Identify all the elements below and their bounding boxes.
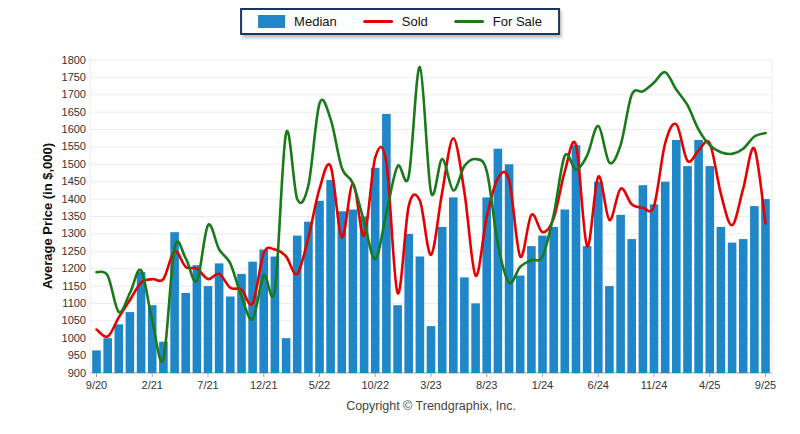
median-bar: [438, 227, 447, 373]
legend-item-sold: Sold: [363, 14, 428, 29]
median-bar: [471, 303, 480, 373]
median-bar: [215, 263, 224, 373]
copyright-text: Copyright © Trendgraphix, Inc.: [90, 399, 772, 413]
x-tick-label: 11/24: [631, 379, 677, 391]
y-tick-label: 1200: [50, 262, 86, 274]
median-bar: [750, 206, 759, 373]
median-bar: [594, 182, 603, 373]
median-bar: [315, 201, 324, 373]
median-bar: [416, 257, 425, 374]
median-bar: [605, 286, 614, 373]
y-tick-label: 1300: [50, 227, 86, 239]
y-tick-label: 1100: [50, 297, 86, 309]
legend-item-for-sale: For Sale: [454, 14, 542, 29]
for-sale-line-swatch-icon: [454, 20, 484, 23]
legend-item-median: Median: [258, 14, 337, 29]
median-bar: [661, 182, 670, 373]
median-bar: [728, 243, 737, 373]
y-tick-label: 1450: [50, 175, 86, 187]
y-tick-label: 1000: [50, 332, 86, 344]
x-tick-label: 8/23: [464, 379, 510, 391]
median-bar: [271, 257, 280, 374]
y-tick-label: 900: [50, 367, 86, 379]
median-bar: [126, 312, 135, 373]
median-bar: [694, 140, 703, 373]
median-bar: [583, 246, 592, 373]
median-bar: [92, 350, 101, 373]
median-bar: [561, 210, 570, 374]
x-tick-label: 3/23: [408, 379, 454, 391]
x-tick-label: 9/20: [74, 379, 120, 391]
y-tick-label: 1050: [50, 314, 86, 326]
median-bar: [683, 166, 692, 373]
chart-legend: Median Sold For Sale: [240, 8, 560, 35]
median-bar: [103, 338, 112, 373]
median-bar: [516, 276, 525, 373]
median-bar: [371, 168, 380, 373]
y-tick-label: 1700: [50, 88, 86, 100]
median-bar: [739, 239, 748, 373]
median-bar: [282, 338, 291, 373]
median-bar: [393, 305, 402, 373]
legend-label-for-sale: For Sale: [493, 14, 542, 29]
median-bar: [204, 286, 213, 373]
median-bar: [404, 234, 413, 373]
y-tick-label: 1800: [50, 54, 86, 66]
median-bar: [449, 197, 458, 373]
x-tick-label: 1/24: [520, 379, 566, 391]
y-tick-label: 1550: [50, 140, 86, 152]
median-bar-swatch-icon: [258, 15, 285, 28]
y-tick-label: 1600: [50, 123, 86, 135]
chart-plot-area: [0, 0, 800, 434]
x-tick-label: 12/21: [241, 379, 287, 391]
x-tick-label: 10/22: [352, 379, 398, 391]
median-bar: [460, 277, 469, 373]
median-bar: [706, 166, 715, 373]
y-tick-label: 1400: [50, 193, 86, 205]
median-bar: [672, 140, 681, 373]
x-tick-label: 2/21: [129, 379, 175, 391]
x-tick-label: 4/25: [687, 379, 733, 391]
median-bar: [761, 199, 770, 373]
median-bar: [349, 210, 358, 374]
median-bar: [181, 293, 190, 373]
median-bar: [326, 180, 335, 373]
median-bar: [717, 227, 726, 373]
y-tick-label: 1750: [50, 71, 86, 83]
legend-label-median: Median: [294, 14, 337, 29]
median-bar: [427, 326, 436, 373]
y-tick-label: 1150: [50, 280, 86, 292]
median-bar: [627, 239, 636, 373]
x-tick-label: 7/21: [185, 379, 231, 391]
median-bar: [639, 185, 648, 373]
x-tick-label: 5/22: [297, 379, 343, 391]
y-tick-label: 1250: [50, 245, 86, 257]
median-bar: [293, 236, 302, 373]
x-tick-label: 6/24: [575, 379, 621, 391]
median-bar: [616, 215, 625, 373]
y-tick-label: 950: [50, 349, 86, 361]
median-bar: [527, 246, 536, 373]
sold-line-swatch-icon: [363, 20, 393, 23]
x-tick-label: 9/25: [743, 379, 789, 391]
median-bar: [115, 324, 124, 373]
median-bar: [549, 227, 558, 373]
legend-label-sold: Sold: [402, 14, 428, 29]
median-bar: [226, 297, 235, 374]
median-bar: [650, 204, 659, 373]
price-trend-chart-page: Median Sold For Sale Average Price (in $…: [0, 0, 800, 434]
y-tick-label: 1500: [50, 158, 86, 170]
y-tick-label: 1650: [50, 106, 86, 118]
y-tick-label: 1350: [50, 210, 86, 222]
